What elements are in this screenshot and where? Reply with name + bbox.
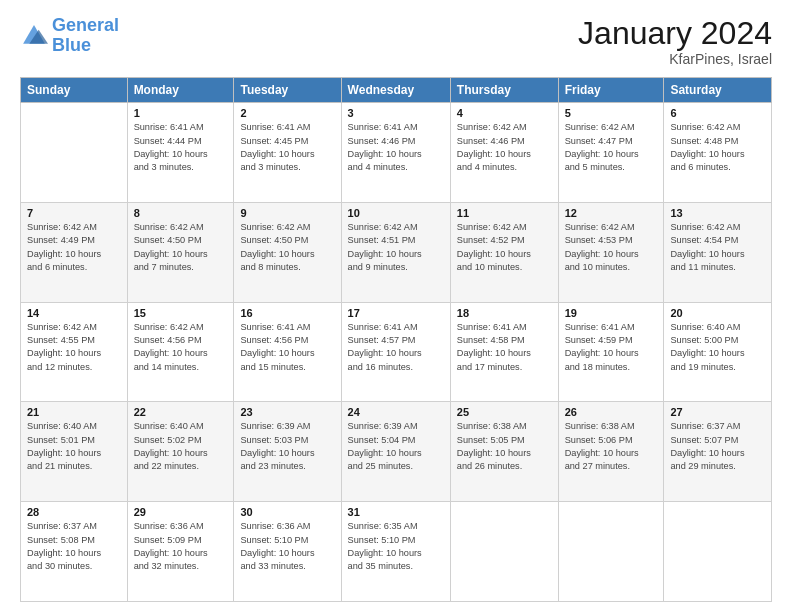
logo-text: General Blue — [52, 16, 119, 56]
day-number: 5 — [565, 107, 658, 119]
col-wednesday: Wednesday — [341, 78, 450, 103]
day-number: 20 — [670, 307, 765, 319]
table-row: 19Sunrise: 6:41 AMSunset: 4:59 PMDayligh… — [558, 302, 664, 402]
day-info: Sunrise: 6:41 AMSunset: 4:44 PMDaylight:… — [134, 121, 228, 174]
day-info: Sunrise: 6:40 AMSunset: 5:00 PMDaylight:… — [670, 321, 765, 374]
day-info: Sunrise: 6:42 AMSunset: 4:55 PMDaylight:… — [27, 321, 121, 374]
day-info: Sunrise: 6:41 AMSunset: 4:46 PMDaylight:… — [348, 121, 444, 174]
table-row: 5Sunrise: 6:42 AMSunset: 4:47 PMDaylight… — [558, 103, 664, 203]
table-row: 18Sunrise: 6:41 AMSunset: 4:58 PMDayligh… — [450, 302, 558, 402]
calendar-week-5: 28Sunrise: 6:37 AMSunset: 5:08 PMDayligh… — [21, 502, 772, 602]
table-row: 10Sunrise: 6:42 AMSunset: 4:51 PMDayligh… — [341, 202, 450, 302]
table-row: 22Sunrise: 6:40 AMSunset: 5:02 PMDayligh… — [127, 402, 234, 502]
day-info: Sunrise: 6:38 AMSunset: 5:05 PMDaylight:… — [457, 420, 552, 473]
day-info: Sunrise: 6:37 AMSunset: 5:07 PMDaylight:… — [670, 420, 765, 473]
table-row: 30Sunrise: 6:36 AMSunset: 5:10 PMDayligh… — [234, 502, 341, 602]
day-info: Sunrise: 6:42 AMSunset: 4:54 PMDaylight:… — [670, 221, 765, 274]
col-sunday: Sunday — [21, 78, 128, 103]
day-number: 27 — [670, 406, 765, 418]
table-row: 26Sunrise: 6:38 AMSunset: 5:06 PMDayligh… — [558, 402, 664, 502]
day-number: 22 — [134, 406, 228, 418]
day-number: 18 — [457, 307, 552, 319]
table-row: 21Sunrise: 6:40 AMSunset: 5:01 PMDayligh… — [21, 402, 128, 502]
table-row: 6Sunrise: 6:42 AMSunset: 4:48 PMDaylight… — [664, 103, 772, 203]
day-info: Sunrise: 6:41 AMSunset: 4:58 PMDaylight:… — [457, 321, 552, 374]
day-number: 21 — [27, 406, 121, 418]
day-number: 10 — [348, 207, 444, 219]
table-row: 8Sunrise: 6:42 AMSunset: 4:50 PMDaylight… — [127, 202, 234, 302]
table-row: 9Sunrise: 6:42 AMSunset: 4:50 PMDaylight… — [234, 202, 341, 302]
day-number: 6 — [670, 107, 765, 119]
day-number: 19 — [565, 307, 658, 319]
day-number: 24 — [348, 406, 444, 418]
calendar-week-3: 14Sunrise: 6:42 AMSunset: 4:55 PMDayligh… — [21, 302, 772, 402]
day-number: 28 — [27, 506, 121, 518]
table-row: 23Sunrise: 6:39 AMSunset: 5:03 PMDayligh… — [234, 402, 341, 502]
table-row: 13Sunrise: 6:42 AMSunset: 4:54 PMDayligh… — [664, 202, 772, 302]
day-info: Sunrise: 6:42 AMSunset: 4:50 PMDaylight:… — [134, 221, 228, 274]
day-info: Sunrise: 6:41 AMSunset: 4:59 PMDaylight:… — [565, 321, 658, 374]
calendar-week-2: 7Sunrise: 6:42 AMSunset: 4:49 PMDaylight… — [21, 202, 772, 302]
table-row: 29Sunrise: 6:36 AMSunset: 5:09 PMDayligh… — [127, 502, 234, 602]
header: General Blue January 2024 KfarPines, Isr… — [20, 16, 772, 67]
day-info: Sunrise: 6:42 AMSunset: 4:56 PMDaylight:… — [134, 321, 228, 374]
table-row — [664, 502, 772, 602]
table-row: 25Sunrise: 6:38 AMSunset: 5:05 PMDayligh… — [450, 402, 558, 502]
table-row: 24Sunrise: 6:39 AMSunset: 5:04 PMDayligh… — [341, 402, 450, 502]
table-row — [21, 103, 128, 203]
day-number: 29 — [134, 506, 228, 518]
day-info: Sunrise: 6:38 AMSunset: 5:06 PMDaylight:… — [565, 420, 658, 473]
title-block: January 2024 KfarPines, Israel — [578, 16, 772, 67]
table-row: 3Sunrise: 6:41 AMSunset: 4:46 PMDaylight… — [341, 103, 450, 203]
table-row: 28Sunrise: 6:37 AMSunset: 5:08 PMDayligh… — [21, 502, 128, 602]
table-row: 11Sunrise: 6:42 AMSunset: 4:52 PMDayligh… — [450, 202, 558, 302]
logo-icon — [20, 22, 48, 50]
table-row: 7Sunrise: 6:42 AMSunset: 4:49 PMDaylight… — [21, 202, 128, 302]
day-number: 15 — [134, 307, 228, 319]
day-info: Sunrise: 6:42 AMSunset: 4:51 PMDaylight:… — [348, 221, 444, 274]
col-tuesday: Tuesday — [234, 78, 341, 103]
day-info: Sunrise: 6:42 AMSunset: 4:47 PMDaylight:… — [565, 121, 658, 174]
day-number: 30 — [240, 506, 334, 518]
calendar-page: General Blue January 2024 KfarPines, Isr… — [0, 0, 792, 612]
col-friday: Friday — [558, 78, 664, 103]
day-number: 7 — [27, 207, 121, 219]
logo: General Blue — [20, 16, 119, 56]
table-row: 20Sunrise: 6:40 AMSunset: 5:00 PMDayligh… — [664, 302, 772, 402]
day-info: Sunrise: 6:42 AMSunset: 4:48 PMDaylight:… — [670, 121, 765, 174]
day-info: Sunrise: 6:39 AMSunset: 5:03 PMDaylight:… — [240, 420, 334, 473]
table-row: 4Sunrise: 6:42 AMSunset: 4:46 PMDaylight… — [450, 103, 558, 203]
col-monday: Monday — [127, 78, 234, 103]
column-headers: Sunday Monday Tuesday Wednesday Thursday… — [21, 78, 772, 103]
day-info: Sunrise: 6:41 AMSunset: 4:56 PMDaylight:… — [240, 321, 334, 374]
day-info: Sunrise: 6:42 AMSunset: 4:53 PMDaylight:… — [565, 221, 658, 274]
calendar-week-4: 21Sunrise: 6:40 AMSunset: 5:01 PMDayligh… — [21, 402, 772, 502]
day-info: Sunrise: 6:39 AMSunset: 5:04 PMDaylight:… — [348, 420, 444, 473]
month-title: January 2024 — [578, 16, 772, 51]
day-info: Sunrise: 6:37 AMSunset: 5:08 PMDaylight:… — [27, 520, 121, 573]
col-thursday: Thursday — [450, 78, 558, 103]
table-row — [558, 502, 664, 602]
col-saturday: Saturday — [664, 78, 772, 103]
day-number: 26 — [565, 406, 658, 418]
day-info: Sunrise: 6:36 AMSunset: 5:09 PMDaylight:… — [134, 520, 228, 573]
day-number: 25 — [457, 406, 552, 418]
table-row: 14Sunrise: 6:42 AMSunset: 4:55 PMDayligh… — [21, 302, 128, 402]
day-info: Sunrise: 6:35 AMSunset: 5:10 PMDaylight:… — [348, 520, 444, 573]
table-row — [450, 502, 558, 602]
table-row: 2Sunrise: 6:41 AMSunset: 4:45 PMDaylight… — [234, 103, 341, 203]
day-number: 16 — [240, 307, 334, 319]
day-info: Sunrise: 6:42 AMSunset: 4:50 PMDaylight:… — [240, 221, 334, 274]
table-row: 17Sunrise: 6:41 AMSunset: 4:57 PMDayligh… — [341, 302, 450, 402]
day-number: 4 — [457, 107, 552, 119]
table-row: 15Sunrise: 6:42 AMSunset: 4:56 PMDayligh… — [127, 302, 234, 402]
location: KfarPines, Israel — [578, 51, 772, 67]
calendar-week-1: 1Sunrise: 6:41 AMSunset: 4:44 PMDaylight… — [21, 103, 772, 203]
day-info: Sunrise: 6:41 AMSunset: 4:45 PMDaylight:… — [240, 121, 334, 174]
table-row: 1Sunrise: 6:41 AMSunset: 4:44 PMDaylight… — [127, 103, 234, 203]
day-info: Sunrise: 6:40 AMSunset: 5:02 PMDaylight:… — [134, 420, 228, 473]
day-number: 12 — [565, 207, 658, 219]
day-info: Sunrise: 6:40 AMSunset: 5:01 PMDaylight:… — [27, 420, 121, 473]
day-number: 31 — [348, 506, 444, 518]
day-number: 2 — [240, 107, 334, 119]
